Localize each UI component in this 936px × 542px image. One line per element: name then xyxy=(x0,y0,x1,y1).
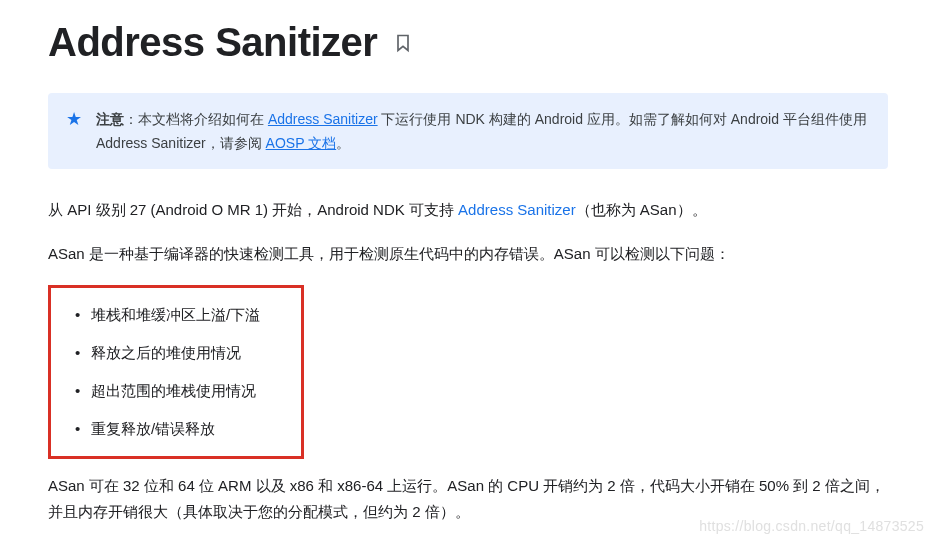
list-item: 重复释放/错误释放 xyxy=(75,410,285,448)
issue-list: 堆栈和堆缓冲区上溢/下溢 释放之后的堆使用情况 超出范围的堆栈使用情况 重复释放… xyxy=(48,285,304,459)
star-icon: ★ xyxy=(66,109,82,129)
note-link-aosp[interactable]: AOSP 文档 xyxy=(266,135,337,151)
note-colon: ： xyxy=(124,111,138,127)
paragraph-2: ASan 是一种基于编译器的快速检测工具，用于检测原生代码中的内存错误。ASan… xyxy=(48,241,888,267)
p1-link-asan[interactable]: Address Sanitizer xyxy=(458,201,576,218)
note-link-asan[interactable]: Address Sanitizer xyxy=(268,111,378,127)
watermark: https://blog.csdn.net/qq_14873525 xyxy=(699,518,924,534)
note-part3: 。 xyxy=(336,135,350,151)
note-label: 注意 xyxy=(96,111,124,127)
note-callout: ★ 注意：本文档将介绍如何在 Address Sanitizer 下运行使用 N… xyxy=(48,93,888,169)
page-title: Address Sanitizer xyxy=(48,20,377,65)
list-item: 超出范围的堆栈使用情况 xyxy=(75,372,285,410)
p1-part2: （也称为 ASan）。 xyxy=(576,201,707,218)
p1-part1: 从 API 级别 27 (Android O MR 1) 开始，Android … xyxy=(48,201,458,218)
note-part1: 本文档将介绍如何在 xyxy=(138,111,268,127)
paragraph-1: 从 API 级别 27 (Android O MR 1) 开始，Android … xyxy=(48,197,888,223)
bookmark-icon[interactable] xyxy=(393,31,413,55)
note-text: 注意：本文档将介绍如何在 Address Sanitizer 下运行使用 NDK… xyxy=(96,107,868,155)
list-item: 释放之后的堆使用情况 xyxy=(75,334,285,372)
list-item: 堆栈和堆缓冲区上溢/下溢 xyxy=(75,296,285,334)
